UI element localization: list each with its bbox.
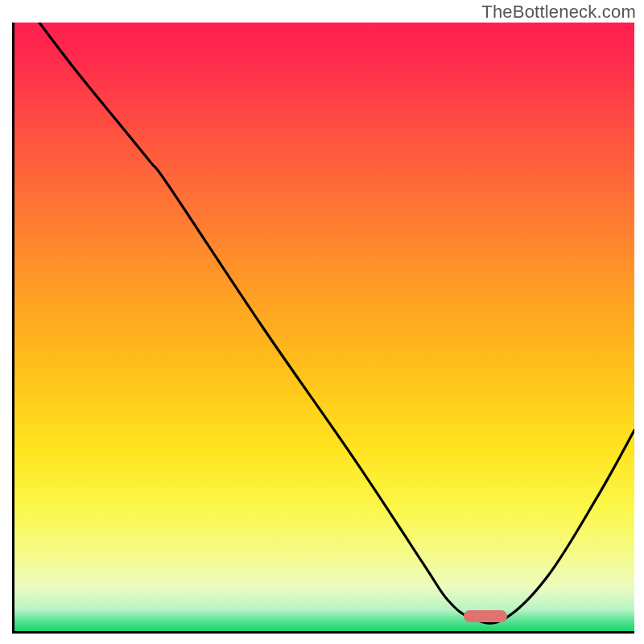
watermark-text: TheBottleneck.com — [481, 2, 636, 23]
background-gradient — [14, 23, 634, 631]
optimal-range-marker — [464, 610, 507, 622]
plot-area — [12, 23, 634, 634]
svg-rect-0 — [14, 23, 634, 631]
